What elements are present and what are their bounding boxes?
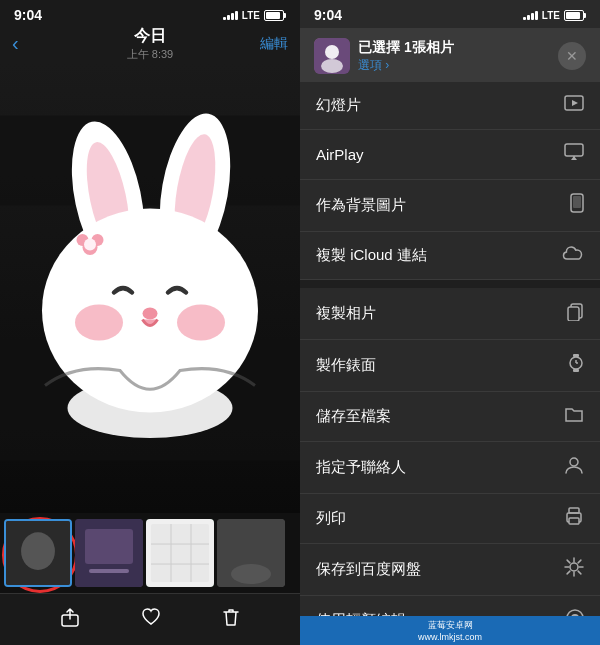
left-statusbar: 9:04 LTE — [0, 0, 300, 28]
folder-icon — [564, 405, 584, 428]
right-time: 9:04 — [314, 7, 342, 23]
left-signal: LTE — [223, 10, 286, 21]
menu-item-watch-face[interactable]: 製作錶面 — [300, 340, 600, 392]
menu-item-slideshow[interactable]: 幻燈片 — [300, 82, 600, 130]
slideshow-icon — [564, 95, 584, 116]
thumbnail-1[interactable] — [4, 519, 72, 587]
icloud-icon — [562, 245, 584, 266]
svg-point-14 — [68, 378, 233, 438]
menu-item-print[interactable]: 列印 — [300, 494, 600, 544]
menu-item-label-baidu: 保存到百度网盤 — [316, 560, 421, 579]
left-panel: 9:04 LTE ‹ 今日 上午 8:39 編輯 — [0, 0, 300, 645]
faceu-icon — [566, 609, 584, 616]
svg-point-33 — [321, 59, 343, 73]
bottom-toolbar — [0, 593, 300, 645]
thumbnail-2[interactable] — [75, 519, 143, 587]
photo-main[interactable] — [0, 63, 300, 513]
watermark-line2: www.lmkjst.com — [418, 632, 482, 642]
svg-point-13 — [84, 239, 96, 251]
rbar3 — [531, 13, 534, 20]
page-subtitle: 上午 8:39 — [127, 47, 173, 62]
back-button[interactable]: ‹ — [12, 32, 19, 55]
share-button[interactable] — [59, 606, 81, 633]
menu-item-label-icloud-link: 複製 iCloud 連結 — [316, 246, 427, 265]
copy-icon — [566, 301, 584, 326]
watch-icon — [568, 353, 584, 378]
svg-rect-36 — [565, 144, 583, 156]
rbar4 — [535, 11, 538, 20]
menu-item-label-assign-contact: 指定予聯絡人 — [316, 458, 406, 477]
sheet-close-button[interactable]: ✕ — [558, 42, 586, 70]
svg-rect-1 — [0, 116, 300, 206]
bar2 — [227, 15, 230, 20]
bar4 — [235, 11, 238, 20]
right-signal: LTE — [523, 10, 586, 21]
rbar1 — [523, 17, 526, 20]
svg-rect-44 — [573, 369, 579, 372]
svg-line-59 — [567, 571, 570, 574]
thumbnail-3[interactable] — [146, 519, 214, 587]
svg-marker-35 — [572, 100, 578, 106]
menu-item-airplay[interactable]: AirPlay — [300, 130, 600, 180]
menu-item-faceu[interactable]: 使用輕顏編輯 — [300, 596, 600, 616]
svg-point-32 — [325, 45, 339, 59]
right-lte-badge: LTE — [542, 10, 560, 21]
svg-point-7 — [75, 305, 123, 341]
lte-badge: LTE — [242, 10, 260, 21]
svg-point-47 — [570, 458, 578, 466]
svg-line-56 — [567, 560, 570, 563]
baidu-icon — [564, 557, 584, 582]
selected-count: 已選擇 1張相片 — [358, 39, 454, 57]
watermark: 蓝莓安卓网 www.lmkjst.com — [300, 616, 600, 645]
menu-item-wallpaper[interactable]: 作為背景圖片 — [300, 180, 600, 232]
rbar2 — [527, 15, 530, 20]
menu-item-label-print: 列印 — [316, 509, 346, 528]
menu-item-icloud-link[interactable]: 複製 iCloud 連結 — [300, 232, 600, 280]
svg-point-51 — [570, 563, 578, 571]
right-panel: 9:04 LTE — [300, 0, 600, 645]
menu-item-copy-photo[interactable]: 複製相片 — [300, 288, 600, 340]
right-battery-icon — [564, 10, 586, 21]
left-time: 9:04 — [14, 7, 42, 23]
options-link[interactable]: 選項 › — [358, 57, 454, 74]
svg-rect-22 — [151, 524, 209, 582]
print-icon — [564, 507, 584, 530]
menu-item-label-copy-photo: 複製相片 — [316, 304, 376, 323]
menu-item-assign-contact[interactable]: 指定予聯絡人 — [300, 442, 600, 494]
svg-rect-43 — [573, 354, 579, 357]
signal-bars — [223, 11, 238, 20]
battery-icon — [264, 10, 286, 21]
bar1 — [223, 17, 226, 20]
svg-point-16 — [21, 532, 55, 570]
svg-rect-49 — [569, 508, 579, 513]
svg-rect-39 — [573, 196, 581, 208]
svg-rect-50 — [569, 518, 579, 524]
watermark-line1: 蓝莓安卓网 — [428, 619, 473, 632]
menu-item-label-wallpaper: 作為背景圖片 — [316, 196, 406, 215]
svg-rect-41 — [568, 307, 579, 321]
right-statusbar: 9:04 LTE — [300, 0, 600, 28]
svg-point-8 — [177, 305, 225, 341]
menu-item-baidu[interactable]: 保存到百度网盤 — [300, 544, 600, 596]
airplay-icon — [564, 143, 584, 166]
svg-rect-20 — [89, 569, 129, 573]
trash-button[interactable] — [221, 606, 241, 633]
sheet-header: 已選擇 1張相片 選項 › ✕ — [300, 28, 600, 82]
svg-point-29 — [231, 564, 271, 584]
page-title: 今日 — [127, 26, 173, 47]
sheet-avatar — [314, 38, 350, 74]
edit-button[interactable]: 編輯 — [260, 35, 288, 53]
photo-placeholder — [0, 63, 300, 513]
menu-item-save-files[interactable]: 儲存至檔案 — [300, 392, 600, 442]
menu-list: 幻燈片 AirPlay 作為背景圖片 複製 iCloud 連結 複製相片 — [300, 82, 600, 616]
heart-button[interactable] — [140, 606, 162, 633]
svg-rect-19 — [85, 529, 133, 564]
bar3 — [231, 13, 234, 20]
thumbnail-4[interactable] — [217, 519, 285, 587]
wallpaper-icon — [570, 193, 584, 218]
thumbnail-strip[interactable] — [0, 513, 300, 593]
menu-item-label-slideshow: 幻燈片 — [316, 96, 361, 115]
contact-icon — [564, 455, 584, 480]
svg-line-57 — [578, 571, 581, 574]
menu-item-label-airplay: AirPlay — [316, 146, 364, 163]
